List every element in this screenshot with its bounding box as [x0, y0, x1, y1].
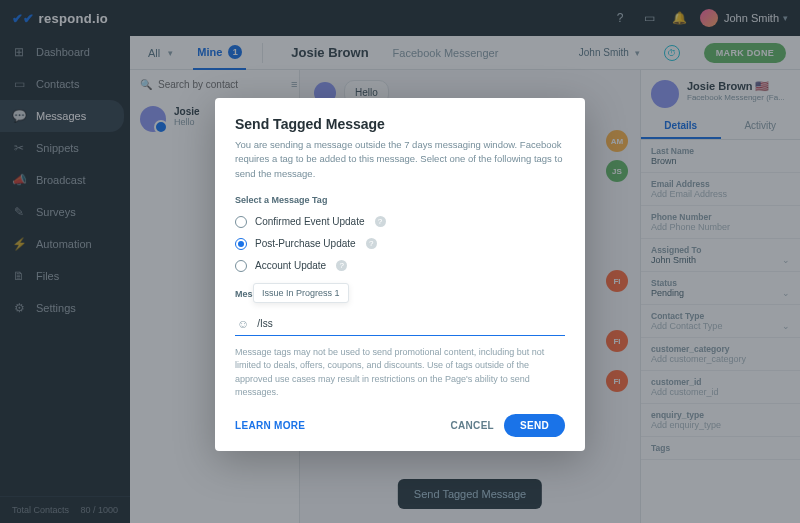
message-input[interactable]	[257, 318, 563, 329]
learn-more-link[interactable]: LEARN MORE	[235, 420, 305, 431]
radio-confirmed-event-update[interactable]: Confirmed Event Update ?	[235, 211, 565, 233]
send-button[interactable]: SEND	[504, 414, 565, 437]
radio-icon	[235, 238, 247, 250]
select-tag-label: Select a Message Tag	[235, 195, 565, 205]
emoji-icon[interactable]: ☺	[237, 317, 249, 331]
radio-label: Account Update	[255, 260, 326, 271]
radio-icon	[235, 216, 247, 228]
radio-icon	[235, 260, 247, 272]
radio-post-purchase-update[interactable]: Post-Purchase Update ?	[235, 233, 565, 255]
help-icon[interactable]: ?	[366, 238, 377, 249]
cancel-button[interactable]: CANCEL	[451, 420, 494, 431]
radio-label: Confirmed Event Update	[255, 216, 365, 227]
modal-title: Send Tagged Message	[235, 116, 565, 132]
send-tagged-message-modal: Send Tagged Message You are sending a me…	[215, 98, 585, 451]
radio-account-update[interactable]: Account Update ?	[235, 255, 565, 277]
modal-description: You are sending a message outside the 7 …	[235, 138, 565, 181]
help-icon[interactable]: ?	[336, 260, 347, 271]
modal-disclaimer: Message tags may not be used to send pro…	[235, 346, 565, 400]
autocomplete-suggestion[interactable]: Issue In Progress 1	[253, 283, 349, 303]
help-icon[interactable]: ?	[375, 216, 386, 227]
radio-label: Post-Purchase Update	[255, 238, 356, 249]
